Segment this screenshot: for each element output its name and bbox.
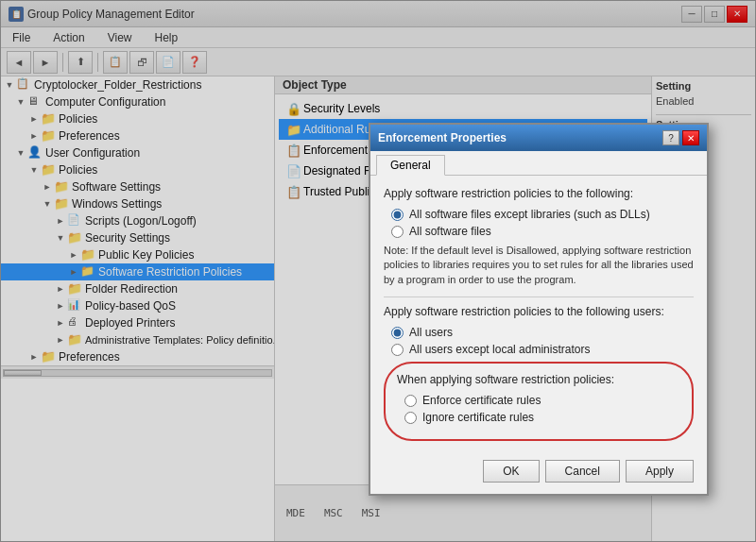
radio-all-except-libraries[interactable] — [391, 209, 404, 221]
section3-label: When applying software restriction polic… — [397, 373, 680, 386]
apply-button[interactable]: Apply — [626, 460, 694, 483]
cancel-button[interactable]: Cancel — [545, 460, 620, 483]
ok-button[interactable]: OK — [483, 460, 539, 483]
radio-all-except-label: All software files except libraries (suc… — [409, 208, 650, 221]
dialog-title: Enforcement Properties — [378, 131, 507, 144]
dialog-tabs: General — [370, 151, 707, 176]
radio-all-files-label: All software files — [409, 225, 491, 238]
radio-row-except-admins: All users except local administrators — [384, 343, 694, 356]
radio-row-all-except: All software files except libraries (suc… — [384, 208, 694, 221]
dialog-divider — [384, 296, 694, 297]
radio-except-admins[interactable] — [391, 344, 404, 356]
dialog-note: Note: If the default level is Disallowed… — [384, 244, 694, 287]
dialog-help-button[interactable]: ? — [662, 130, 679, 145]
dialog-close-button[interactable]: ✕ — [682, 130, 699, 145]
section2-label: Apply software restriction policies to t… — [384, 305, 694, 318]
radio-group-files: All software files except libraries (suc… — [384, 208, 694, 238]
radio-row-ignore-cert: Ignore certificate rules — [397, 411, 680, 424]
cert-rules-section: When applying software restriction polic… — [384, 362, 694, 441]
radio-row-all-users: All users — [384, 326, 694, 339]
dialog-controls: ? ✕ — [662, 130, 699, 145]
radio-all-files[interactable] — [391, 226, 404, 238]
dialog-title-bar: Enforcement Properties ? ✕ — [370, 125, 707, 151]
radio-ignore-cert-label: Ignore certificate rules — [422, 411, 534, 424]
tab-general[interactable]: General — [376, 155, 445, 176]
radio-row-enforce-cert: Enforce certificate rules — [397, 394, 680, 407]
enforcement-dialog: Enforcement Properties ? ✕ General Apply… — [369, 123, 709, 496]
dialog-footer: OK Cancel Apply — [370, 452, 707, 494]
radio-row-all-files: All software files — [384, 225, 694, 238]
section1-label: Apply software restriction policies to t… — [384, 187, 694, 200]
radio-group-certs: Enforce certificate rules Ignore certifi… — [397, 394, 680, 424]
dialog-content: Apply software restriction policies to t… — [370, 176, 707, 452]
radio-group-users: All users All users except local adminis… — [384, 326, 694, 356]
modal-overlay: Enforcement Properties ? ✕ General Apply… — [0, 0, 756, 542]
radio-ignore-cert[interactable] — [404, 412, 417, 424]
radio-all-users[interactable] — [391, 327, 404, 339]
radio-enforce-cert-label: Enforce certificate rules — [422, 394, 541, 407]
radio-all-users-label: All users — [409, 326, 453, 339]
radio-enforce-cert[interactable] — [404, 395, 417, 407]
radio-except-admins-label: All users except local administrators — [409, 343, 590, 356]
